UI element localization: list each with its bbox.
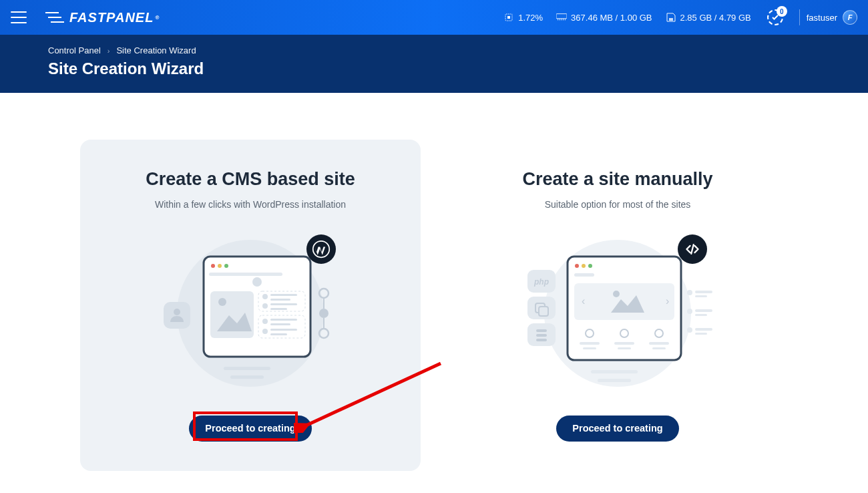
logo[interactable]: FASTPANEL®: [45, 10, 160, 25]
svg-rect-80: [618, 347, 631, 349]
ram-stat: 367.46 MB / 1.00 GB: [556, 12, 652, 23]
page-title: Site Creation Wizard: [48, 59, 820, 78]
svg-point-40: [262, 329, 268, 334]
disk-stat: 2.85 GB / 4.79 GB: [666, 12, 751, 23]
svg-rect-84: [591, 370, 638, 373]
disk-icon: [666, 12, 676, 23]
svg-rect-32: [270, 299, 290, 301]
ram-value: 367.46 MB / 1.00 GB: [571, 13, 652, 23]
svg-rect-83: [652, 347, 666, 349]
code-icon: [678, 234, 707, 264]
svg-rect-70: [574, 283, 674, 320]
ram-icon: [556, 12, 567, 23]
svg-rect-24: [209, 273, 282, 276]
svg-point-66: [575, 264, 579, 268]
svg-point-33: [262, 303, 268, 309]
breadcrumb: Control Panel › Site Creation Wizard: [48, 45, 820, 55]
disk-value: 2.85 GB / 4.79 GB: [680, 13, 751, 23]
svg-point-25: [252, 277, 262, 287]
logo-icon: [45, 11, 65, 24]
svg-rect-82: [649, 342, 669, 345]
svg-point-56: [687, 290, 692, 295]
avatar: F: [843, 10, 857, 25]
wordpress-icon: [306, 234, 336, 264]
user-menu[interactable]: fastuser F: [807, 10, 857, 25]
svg-point-37: [262, 319, 268, 324]
card-cms-title: Create a CMS based site: [146, 169, 355, 190]
svg-text:php: php: [533, 277, 549, 287]
svg-rect-61: [695, 314, 707, 316]
card-manual-subtitle: Suitable option for most of the sites: [545, 199, 691, 210]
manual-proceed-button[interactable]: Proceed to creating: [556, 416, 678, 442]
svg-rect-31: [270, 294, 297, 296]
svg-rect-5: [556, 14, 567, 19]
card-cms-illustration: [137, 230, 364, 397]
svg-rect-79: [614, 342, 634, 345]
svg-point-67: [582, 264, 586, 268]
svg-point-22: [218, 264, 222, 268]
tasks-count-badge: 0: [777, 6, 787, 17]
svg-rect-38: [270, 319, 297, 321]
card-cms: Create a CMS based site Within a few cli…: [80, 140, 421, 471]
card-cms-subtitle: Within a few clicks with WordPress insta…: [155, 199, 346, 210]
svg-text:›: ›: [666, 295, 669, 307]
svg-point-21: [211, 264, 215, 268]
svg-rect-44: [230, 375, 264, 379]
svg-point-74: [613, 291, 620, 297]
svg-point-17: [319, 309, 329, 318]
cpu-stat: 1.72%: [503, 12, 543, 23]
logo-text: FASTPANEL: [69, 10, 154, 25]
svg-point-23: [224, 264, 228, 268]
svg-rect-64: [695, 333, 707, 335]
svg-point-45: [313, 241, 330, 258]
cms-proceed-button[interactable]: Proceed to creating: [189, 416, 311, 442]
svg-rect-4: [507, 16, 510, 19]
menu-toggle-icon[interactable]: [11, 11, 27, 23]
svg-point-30: [262, 294, 268, 299]
svg-point-14: [174, 309, 180, 315]
svg-rect-43: [224, 367, 270, 370]
svg-text:‹: ‹: [582, 295, 585, 307]
svg-point-62: [687, 327, 692, 333]
svg-rect-35: [270, 308, 287, 310]
chevron-right-icon: ›: [107, 47, 110, 55]
svg-rect-76: [580, 342, 600, 345]
svg-point-68: [588, 264, 592, 268]
cpu-value: 1.72%: [518, 13, 543, 23]
svg-point-59: [687, 309, 692, 314]
top-header: FASTPANEL® 1.72% 367.46 MB / 1.00 GB 2.8…: [0, 0, 868, 35]
svg-rect-69: [574, 273, 594, 277]
svg-rect-77: [583, 347, 596, 349]
svg-point-28: [218, 298, 226, 306]
svg-rect-63: [695, 328, 712, 331]
svg-rect-39: [270, 323, 290, 325]
breadcrumb-root[interactable]: Control Panel: [48, 45, 101, 55]
breadcrumb-current: Site Creation Wizard: [116, 45, 196, 55]
svg-rect-60: [695, 309, 712, 312]
svg-rect-41: [270, 329, 297, 331]
tasks-button[interactable]: 0: [767, 9, 783, 25]
svg-rect-51: [539, 307, 548, 316]
sub-header: Control Panel › Site Creation Wizard Sit…: [0, 35, 868, 93]
svg-rect-42: [270, 333, 287, 335]
content: Create a CMS based site Within a few cli…: [0, 93, 868, 493]
cpu-icon: [503, 12, 514, 23]
svg-rect-57: [695, 291, 712, 293]
svg-rect-54: [536, 334, 547, 337]
card-manual: Create a site manually Suitable option f…: [447, 140, 788, 471]
svg-rect-53: [536, 329, 547, 332]
card-manual-title: Create a site manually: [522, 169, 712, 190]
svg-rect-34: [270, 303, 297, 305]
username: fastuser: [807, 13, 837, 23]
svg-rect-55: [536, 339, 547, 341]
card-manual-illustration: php: [504, 230, 731, 397]
svg-rect-11: [669, 18, 673, 21]
svg-rect-58: [695, 295, 707, 297]
svg-rect-85: [598, 379, 631, 382]
